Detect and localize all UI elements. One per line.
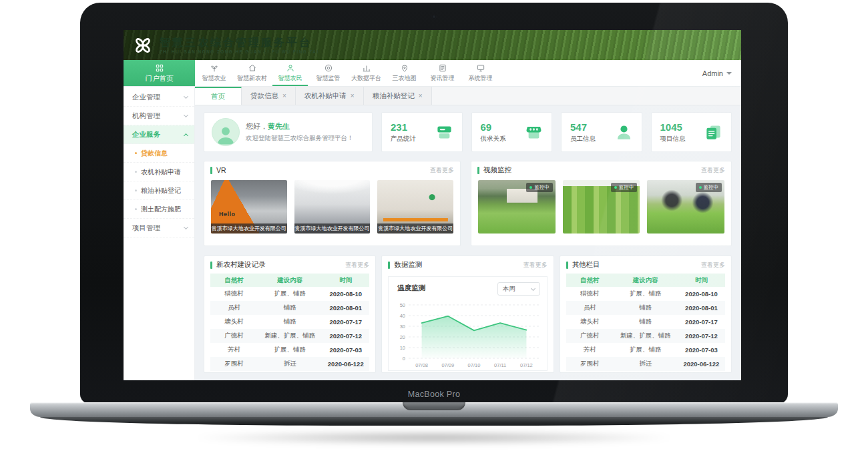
table-cell: 2020-07-03 [678, 346, 725, 354]
monitor-photo[interactable]: 监控中 [647, 180, 724, 234]
table-cell: 2020-08-10 [322, 290, 369, 298]
table-cell: 铺路 [614, 318, 678, 326]
brand-text-block: 智慧三农综合管理服务平台 ZHI HUI SAN NONG ZONG HE GU… [160, 37, 319, 54]
admin-label: Admin [702, 69, 723, 77]
stat-card-employees[interactable]: 547 员工信息 [561, 112, 642, 152]
section-title: 视频监控 [483, 165, 511, 175]
sidebar-item-institution-management[interactable]: 机构管理 [124, 107, 194, 125]
video-monitor-panel: 视频监控 查看更多 监控中 监控中 [471, 161, 732, 246]
section-accent-bar [388, 262, 390, 269]
svg-text:0: 0 [403, 356, 405, 362]
sidebar-item-project-management[interactable]: 项目管理 [124, 219, 194, 238]
see-more-link[interactable]: 查看更多 [523, 261, 548, 270]
bullet-icon [135, 171, 137, 173]
sidebar-item-enterprise-services[interactable]: 企业服务 [124, 125, 194, 144]
nav-portal-home[interactable]: 门户首页 [124, 60, 195, 86]
svg-text:07/10: 07/10 [468, 362, 481, 368]
nav-home-label: 门户首页 [146, 74, 174, 83]
see-more-link[interactable]: 查看更多 [430, 166, 454, 175]
tab-machinery-subsidy[interactable]: 农机补贴申请 × [296, 87, 364, 105]
webcam-icon [432, 15, 436, 19]
laptop-base [30, 402, 838, 417]
sidebar-item-enterprise-management[interactable]: 企业管理 [124, 88, 194, 107]
svg-text:30: 30 [400, 324, 405, 330]
vr-photo-caption: 贵溪市绿大地农业开发有限公司 [294, 223, 371, 234]
section-title: 新农村建设记录 [216, 260, 266, 270]
dashboard-content: 您好，黄先生 欢迎登陆智慧三农综合服务管理平台！ 231 产品统计 [195, 105, 741, 373]
admin-menu[interactable]: Admin [702, 60, 732, 86]
table-cell: 2020-07-17 [678, 318, 725, 326]
table-cell: 员村 [566, 304, 614, 312]
welcome-card: 您好，黄先生 欢迎登陆智慧三农综合服务管理平台！ [204, 112, 373, 152]
close-icon[interactable]: × [419, 92, 423, 99]
svg-text:20: 20 [400, 334, 405, 340]
store-icon [525, 123, 543, 141]
data-monitoring-panel: 数据监测 查看更多 温度监测 本周 0102030405007/0 [381, 256, 554, 373]
vr-photo[interactable]: 贵溪市绿大地农业开发有限公司 [377, 180, 453, 234]
table-cell: 自然村 [210, 276, 258, 285]
section-title: 数据监测 [394, 260, 422, 270]
sidebar-subitem-loan-info[interactable]: 贷款信息 [124, 144, 194, 163]
tab-grain-oil-subsidy[interactable]: 粮油补贴登记 × [364, 87, 432, 105]
stat-card-supply-demand[interactable]: 69 供求关系 [471, 112, 553, 152]
sidebar-subitem-soil-testing[interactable]: 测土配方施肥 [124, 200, 194, 219]
nav-item-smart-supervision[interactable]: 智慧监管 [309, 60, 347, 86]
vr-photo[interactable]: Hello 贵溪市绿大地农业开发有限公司 [211, 180, 287, 234]
see-more-link[interactable]: 查看更多 [701, 166, 725, 175]
table-cell: 铺路 [614, 304, 678, 312]
chevron-down-icon [184, 225, 188, 229]
nav-item-label: 系统管理 [469, 74, 493, 83]
stat-value: 69 [481, 121, 506, 133]
stat-card-products[interactable]: 231 产品统计 [381, 112, 463, 152]
person-icon [286, 63, 295, 73]
stat-card-projects[interactable]: 1045 项目信息 [651, 112, 732, 152]
table-cell: 塘头村 [566, 318, 614, 326]
monitoring-badge: 监控中 [696, 183, 722, 192]
see-more-link[interactable]: 查看更多 [345, 261, 369, 270]
close-icon[interactable]: × [282, 92, 286, 99]
product-card-icon [435, 123, 453, 141]
nav-item-news-management[interactable]: 资讯管理 [423, 60, 461, 86]
stat-label: 产品统计 [391, 135, 416, 143]
table-cell: 新建、扩展、铺路 [258, 332, 322, 340]
nav-item-system-management[interactable]: 系统管理 [461, 60, 499, 86]
person-silhouette-icon [214, 123, 237, 145]
sidebar-subitem-grain-oil-subsidy[interactable]: 粮油补贴登记 [124, 181, 194, 200]
svg-text:50: 50 [400, 302, 405, 308]
table-row: 芳村扩展、铺路2020-07-03 [210, 343, 369, 357]
close-icon[interactable]: × [351, 92, 355, 99]
brand-logo-icon [132, 35, 154, 56]
monitoring-badge: 监控中 [611, 183, 638, 192]
nav-item-agri-map[interactable]: 三农地图 [385, 60, 423, 86]
nav-item-smart-village[interactable]: 智慧新农村 [233, 60, 271, 86]
nav-item-smart-farmer[interactable]: 智慧农民 [271, 60, 309, 86]
temperature-chart-card: 温度监测 本周 0102030405007/0807/0907/1007/110… [388, 276, 547, 371]
nav-item-label: 资讯管理 [431, 74, 455, 83]
tab-loan-info[interactable]: 贷款信息 × [242, 87, 296, 105]
tab-home[interactable]: 首页 [195, 87, 242, 105]
table-cell: 时间 [678, 276, 725, 285]
time-range-select[interactable]: 本周 [497, 282, 540, 296]
rural-construction-table: 自然村建设内容时间猎德村扩展、铺路2020-08-10员村铺路2020-08-0… [210, 274, 369, 371]
svg-text:10: 10 [400, 345, 405, 351]
see-more-link[interactable]: 查看更多 [701, 261, 725, 270]
sidebar-subitem-machinery-subsidy[interactable]: 农机补贴申请 [124, 163, 194, 181]
table-cell: 时间 [322, 276, 369, 285]
table-cell: 2020-08-10 [678, 290, 725, 298]
svg-text:07/08: 07/08 [416, 362, 429, 368]
nav-item-smart-agriculture[interactable]: 智慧农业 [195, 60, 233, 86]
vr-panel: VR 查看更多 Hello 贵溪市绿大地农业开发有限公司 贵溪 [204, 161, 461, 246]
nav-item-label: 三农地图 [393, 74, 417, 83]
other-columns-table: 自然村建设内容时间猎德村扩展、铺路2020-08-10员村铺路2020-08-0… [566, 274, 725, 371]
monitor-photo[interactable]: 监控中 [478, 180, 556, 234]
table-cell: 2020-06-122 [678, 360, 725, 368]
section-accent-bar [477, 167, 479, 174]
table-cell: 2020-07-03 [322, 346, 369, 354]
live-dot-icon [699, 186, 702, 189]
nav-item-label: 智慧农业 [202, 74, 226, 83]
table-cell: 扩展、铺路 [258, 290, 322, 298]
monitor-photo[interactable]: 监控中 [563, 180, 640, 234]
vr-photo[interactable]: 贵溪市绿大地农业开发有限公司 [294, 180, 371, 234]
chevron-down-icon [726, 72, 732, 75]
nav-item-big-data[interactable]: 大数据平台 [347, 60, 385, 86]
